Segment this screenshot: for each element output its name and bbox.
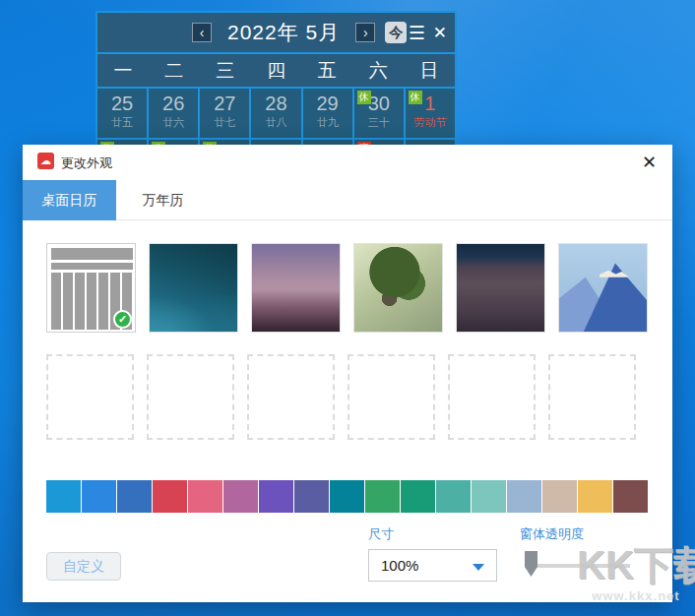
transparency-label: 窗体透明度 bbox=[520, 525, 584, 543]
date-number: 29 bbox=[303, 92, 352, 115]
color-swatch[interactable] bbox=[46, 480, 81, 513]
lunar-label: 廿五 bbox=[97, 115, 147, 129]
customize-button[interactable]: 自定义 bbox=[46, 552, 121, 581]
change-appearance-dialog: ☁ 更改外观 ✕ 桌面日历 万年历 ✓ bbox=[23, 145, 672, 602]
weekday-header-row: 一 二 三 四 五 六 日 bbox=[97, 54, 455, 87]
chevron-down-icon bbox=[473, 564, 484, 571]
lunar-label: 廿九 bbox=[303, 115, 352, 129]
transparency-slider-track[interactable] bbox=[531, 564, 630, 568]
size-dropdown[interactable]: 100% bbox=[368, 549, 497, 582]
color-palette-row bbox=[46, 480, 648, 513]
color-swatch[interactable] bbox=[365, 480, 400, 513]
color-swatch[interactable] bbox=[82, 480, 116, 513]
date-number: 25 bbox=[97, 92, 147, 115]
lunar-label: 廿七 bbox=[200, 115, 249, 129]
transparency-slider-thumb[interactable] bbox=[525, 551, 537, 577]
date-number: 26 bbox=[149, 92, 198, 115]
blue-mountains-theme[interactable] bbox=[558, 243, 648, 333]
chevron-left-icon: ‹ bbox=[200, 25, 205, 40]
date-cell[interactable]: 28 廿八 bbox=[251, 89, 300, 138]
rest-day-badge: 休 bbox=[409, 91, 422, 104]
weekday-label: 一 bbox=[97, 54, 149, 87]
menu-icon[interactable]: ☰ bbox=[409, 22, 425, 44]
tab-perpetual-calendar[interactable]: 万年历 bbox=[116, 180, 210, 220]
calendar-week-row: 25 廿五 26 廿六 27 廿七 28 廿八 29 廿九 休 30 三十 休 … bbox=[97, 89, 455, 138]
date-number: 27 bbox=[200, 92, 249, 115]
date-number: 28 bbox=[251, 92, 300, 115]
date-cell[interactable]: 25 廿五 bbox=[97, 89, 147, 138]
color-swatch[interactable] bbox=[507, 480, 541, 513]
color-swatch[interactable] bbox=[188, 480, 222, 513]
date-cell[interactable]: 26 廿六 bbox=[149, 89, 198, 138]
weekday-label: 三 bbox=[200, 54, 251, 87]
color-swatch[interactable] bbox=[117, 480, 152, 513]
weekday-label: 四 bbox=[251, 54, 302, 87]
color-swatch[interactable] bbox=[401, 480, 435, 513]
dialog-close-icon[interactable]: ✕ bbox=[642, 152, 657, 173]
theme-thumbnail-row: ✓ bbox=[46, 243, 648, 333]
color-swatch[interactable] bbox=[613, 480, 648, 513]
selected-check-icon: ✓ bbox=[113, 310, 132, 329]
today-button[interactable]: 今 bbox=[385, 22, 407, 43]
purple-dusk-theme[interactable] bbox=[251, 243, 341, 333]
calendar-titlebar: ‹ 2022年 5月 › 今 ☰ ✕ bbox=[97, 13, 455, 52]
next-month-button[interactable]: › bbox=[355, 23, 375, 42]
empty-theme-slot[interactable] bbox=[448, 354, 536, 440]
empty-theme-slot[interactable] bbox=[247, 354, 335, 440]
prev-month-button[interactable]: ‹ bbox=[192, 23, 212, 42]
empty-theme-slot[interactable] bbox=[548, 354, 636, 440]
color-swatch[interactable] bbox=[223, 480, 258, 513]
size-dropdown-value: 100% bbox=[381, 557, 418, 574]
color-swatch[interactable] bbox=[436, 480, 471, 513]
ocean-horizon-theme[interactable] bbox=[456, 243, 545, 333]
app-cloud-icon: ☁ bbox=[37, 153, 54, 169]
weekday-label: 六 bbox=[352, 54, 404, 87]
empty-theme-slot[interactable] bbox=[46, 354, 134, 440]
date-cell-holiday[interactable]: 休 1 劳动节 bbox=[406, 89, 455, 138]
calendar-month-title: 2022年 5月 bbox=[227, 19, 340, 46]
lunar-label: 廿六 bbox=[149, 115, 198, 129]
dialog-titlebar: ☁ 更改外观 ✕ bbox=[23, 145, 672, 180]
color-swatch[interactable] bbox=[153, 480, 187, 513]
lunar-label: 三十 bbox=[354, 115, 404, 129]
date-cell[interactable]: 29 廿九 bbox=[303, 89, 352, 138]
date-cell[interactable]: 休 30 三十 bbox=[354, 89, 404, 138]
color-swatch[interactable] bbox=[542, 480, 577, 513]
custom-theme-slot-row bbox=[46, 354, 636, 440]
date-cell[interactable]: 27 廿七 bbox=[200, 89, 249, 138]
color-swatch[interactable] bbox=[259, 480, 293, 513]
weekday-label: 日 bbox=[404, 54, 455, 87]
dialog-tabbar: 桌面日历 万年历 bbox=[23, 180, 672, 220]
bonsai-tree-theme[interactable] bbox=[353, 243, 443, 333]
chevron-right-icon: › bbox=[363, 25, 368, 40]
color-swatch[interactable] bbox=[330, 480, 364, 513]
default-grid-theme[interactable]: ✓ bbox=[46, 243, 136, 333]
holiday-label: 劳动节 bbox=[406, 115, 455, 129]
teal-petals-theme[interactable] bbox=[149, 243, 238, 333]
size-label: 尺寸 bbox=[368, 525, 394, 543]
dialog-title: 更改外观 bbox=[61, 154, 112, 172]
snow-cap-shape bbox=[600, 271, 629, 277]
color-swatch[interactable] bbox=[472, 480, 506, 513]
calendar-close-icon[interactable]: ✕ bbox=[433, 23, 447, 43]
weekday-label: 二 bbox=[149, 54, 200, 87]
empty-theme-slot[interactable] bbox=[147, 354, 234, 440]
tab-desktop-calendar[interactable]: 桌面日历 bbox=[23, 180, 116, 220]
color-swatch[interactable] bbox=[578, 480, 612, 513]
empty-theme-slot[interactable] bbox=[348, 354, 435, 440]
weekday-label: 五 bbox=[301, 54, 352, 87]
lunar-label: 廿八 bbox=[251, 115, 300, 129]
rest-day-badge: 休 bbox=[357, 91, 371, 104]
color-swatch[interactable] bbox=[294, 480, 329, 513]
